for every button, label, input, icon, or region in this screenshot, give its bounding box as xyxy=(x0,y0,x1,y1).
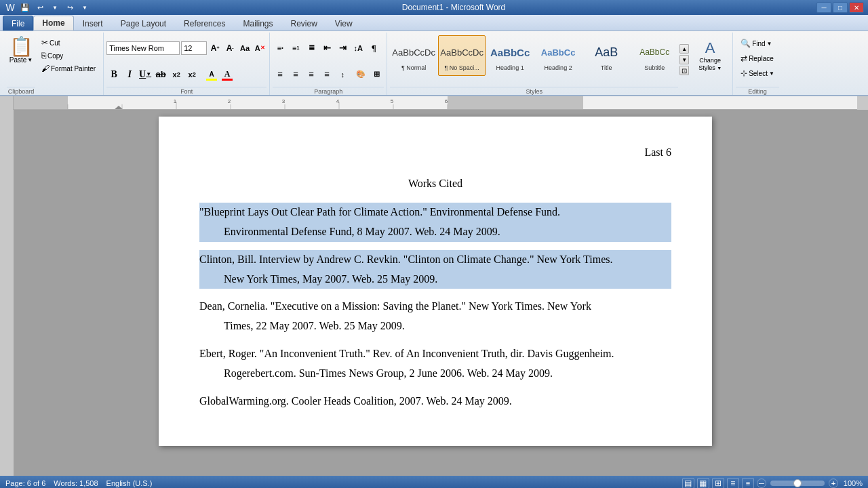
underline-button[interactable]: U▼ xyxy=(138,67,153,82)
copy-label: Copy xyxy=(47,52,63,60)
zoom-slider[interactable] xyxy=(770,481,825,486)
borders-button[interactable]: ⊞ xyxy=(369,67,384,82)
bullets-button[interactable]: ≡• xyxy=(273,41,288,56)
tab-file[interactable]: File xyxy=(3,16,33,30)
style-heading1[interactable]: AaBbCc Heading 1 xyxy=(486,35,534,76)
style-normal[interactable]: AaBbCcDc ¶ Normal xyxy=(390,35,437,76)
zoom-level: 100% xyxy=(844,479,863,487)
strikethrough-button[interactable]: ab xyxy=(153,67,168,82)
align-center-button[interactable]: ≡ xyxy=(288,67,303,82)
style-title[interactable]: AaB Title xyxy=(583,35,630,76)
find-button[interactable]: 🔍 Find ▼ xyxy=(737,37,778,50)
align-right-button[interactable]: ≡ xyxy=(304,67,319,82)
font-size-input[interactable] xyxy=(181,41,207,55)
change-case-button[interactable]: Aa xyxy=(238,41,252,55)
minimize-button[interactable]: ─ xyxy=(816,2,831,13)
view-layout-btn[interactable]: ▦ xyxy=(697,478,709,488)
find-dropdown[interactable]: ▼ xyxy=(767,41,772,47)
ruler-right-margin xyxy=(857,96,868,110)
bib-entry-1-line2[interactable]: Environmental Defense Fund, 8 May 2007. … xyxy=(199,222,671,242)
subscript-button[interactable]: x2 xyxy=(169,67,184,82)
bib-entry-4-line1[interactable]: Ebert, Roger. "An Inconvenient Truth." R… xyxy=(199,344,671,364)
styles-scroll-up[interactable]: ▲ xyxy=(679,44,689,54)
copy-button[interactable]: ⎘ Copy xyxy=(38,49,99,62)
quick-save[interactable]: 💾 xyxy=(19,2,31,13)
bib-entry-5-line1[interactable]: GlobalWarming.org. Cooler Heads Coalitio… xyxy=(199,392,671,411)
tab-home[interactable]: Home xyxy=(33,16,73,30)
line-spacing-button[interactable]: ↕ xyxy=(335,67,350,82)
svg-rect-18 xyxy=(0,110,14,476)
bib-entry-2-line2[interactable]: New York Times, May 2007. Web. 25 May 20… xyxy=(199,270,671,289)
zoom-out-btn[interactable]: ─ xyxy=(757,479,766,488)
view-web-btn[interactable]: ⊞ xyxy=(712,478,724,488)
style-subtitle[interactable]: AaBbCc Subtitle xyxy=(631,35,678,76)
change-styles-button[interactable]: A ChangeStyles ▼ xyxy=(690,34,730,77)
bold-button[interactable]: B xyxy=(106,67,121,82)
italic-button[interactable]: I xyxy=(122,67,137,82)
superscript-button[interactable]: x2 xyxy=(184,67,199,82)
format-painter-button[interactable]: 🖌 Format Painter xyxy=(38,62,99,75)
style-nospace[interactable]: AaBbCcDc ¶ No Spaci... xyxy=(438,35,486,76)
clear-formatting-button[interactable]: A✕ xyxy=(253,41,267,55)
tab-view[interactable]: View xyxy=(326,16,361,30)
font-color-button[interactable]: A xyxy=(220,67,235,82)
cut-button[interactable]: ✂ Cut xyxy=(38,37,99,49)
restore-button[interactable]: □ xyxy=(833,2,848,13)
replace-button[interactable]: ⇄ Replace xyxy=(737,52,778,65)
svg-text:4: 4 xyxy=(336,98,340,104)
find-icon: 🔍 xyxy=(741,39,751,48)
quick-redo[interactable]: ↪ xyxy=(64,2,76,13)
shading-button[interactable]: 🎨 xyxy=(353,67,368,82)
document-scroll[interactable]: Last 6 Works Cited "Blueprint Lays Out C… xyxy=(14,110,857,476)
ruler-svg: 1 2 3 4 5 6 xyxy=(14,96,857,110)
bib-entry-3-line2[interactable]: Times, 22 May 2007. Web. 25 May 2009. xyxy=(199,317,671,336)
style-title-label: Title xyxy=(601,64,612,71)
close-button[interactable]: ✕ xyxy=(849,2,864,13)
show-hide-button[interactable]: ¶ xyxy=(366,41,381,56)
bib-entry-1-line1[interactable]: "Blueprint Lays Out Clear Path for Clima… xyxy=(199,203,671,222)
tab-mailings[interactable]: Mailings xyxy=(234,16,281,30)
paste-dropdown-icon[interactable]: ▼ xyxy=(27,57,33,63)
view-outline-btn[interactable]: ≡ xyxy=(727,478,739,488)
bib-entry-1: "Blueprint Lays Out Clear Path for Clima… xyxy=(199,203,671,242)
decrease-indent-button[interactable]: ⇤ xyxy=(319,41,334,56)
view-normal-btn[interactable]: ▤ xyxy=(682,478,694,488)
zoom-in-btn[interactable]: + xyxy=(829,479,838,488)
left-margin-svg xyxy=(0,110,14,476)
shrink-font-button[interactable]: A- xyxy=(223,41,237,55)
cut-icon: ✂ xyxy=(41,38,48,47)
tab-insert[interactable]: Insert xyxy=(74,16,112,30)
tab-references[interactable]: References xyxy=(175,16,234,30)
style-nospace-label: ¶ No Spaci... xyxy=(444,64,479,71)
grow-font-button[interactable]: A+ xyxy=(208,41,222,55)
text-highlight-button[interactable]: A xyxy=(204,67,219,82)
tab-review[interactable]: Review xyxy=(281,16,326,30)
styles-scroll: ▲ ▼ ⊡ xyxy=(678,34,690,85)
tab-pagelayout[interactable]: Page Layout xyxy=(112,16,175,30)
paragraph-group-label: Paragraph xyxy=(273,87,384,95)
numbering-button[interactable]: ≡1 xyxy=(288,41,303,56)
align-left-button[interactable]: ≡ xyxy=(273,67,288,82)
styles-scroll-down[interactable]: ▼ xyxy=(679,55,689,64)
styles-expand[interactable]: ⊡ xyxy=(679,66,689,75)
view-draft-btn[interactable]: ≡ xyxy=(742,478,754,488)
bib-entry-4-line2[interactable]: Rogerebert.com. Sun-Times News Group, 2 … xyxy=(199,364,671,384)
quick-undo[interactable]: ↩ xyxy=(34,2,46,13)
zoom-handle[interactable] xyxy=(793,479,802,487)
select-button[interactable]: ⊹ Select ▼ xyxy=(737,66,778,80)
word-logo: W xyxy=(4,2,16,13)
sort-button[interactable]: ↕A xyxy=(351,41,366,56)
justify-button[interactable]: ≡ xyxy=(319,67,334,82)
bib-entry-3-line1[interactable]: Dean, Cornelia. "Executive on a Mission:… xyxy=(199,297,671,317)
multilevel-button[interactable]: ≣ xyxy=(304,41,319,56)
quick-customize[interactable]: ▼ xyxy=(79,2,91,13)
works-cited-title[interactable]: Works Cited xyxy=(199,175,671,192)
increase-indent-button[interactable]: ⇥ xyxy=(335,41,350,56)
style-heading2[interactable]: AaBbCc Heading 2 xyxy=(534,35,582,76)
font-family-input[interactable] xyxy=(106,41,180,55)
quick-undo-arrow[interactable]: ▼ xyxy=(49,2,61,13)
paste-button[interactable]: 📋 Paste ▼ xyxy=(7,35,35,73)
ruler-left-margin xyxy=(0,96,14,110)
select-dropdown[interactable]: ▼ xyxy=(769,70,774,77)
bib-entry-2-line1[interactable]: Clinton, Bill. Interview by Andrew C. Re… xyxy=(199,250,671,270)
